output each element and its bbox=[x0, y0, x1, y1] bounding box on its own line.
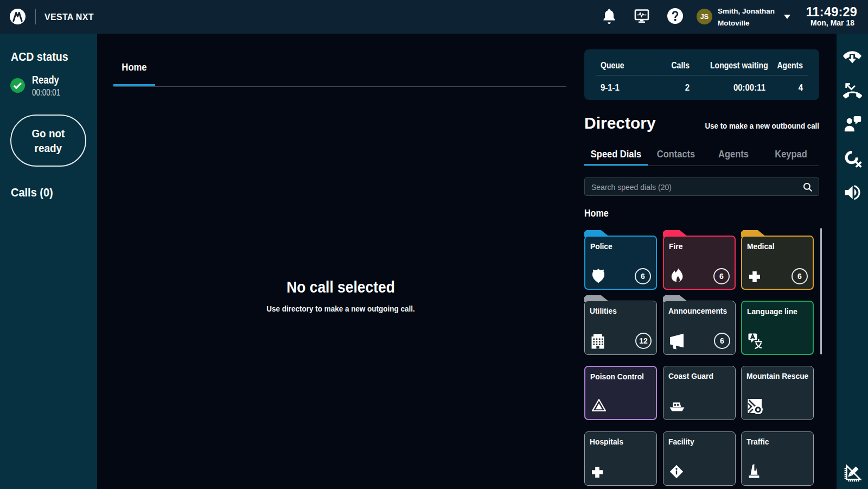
svg-text:JS: JS bbox=[700, 13, 709, 21]
